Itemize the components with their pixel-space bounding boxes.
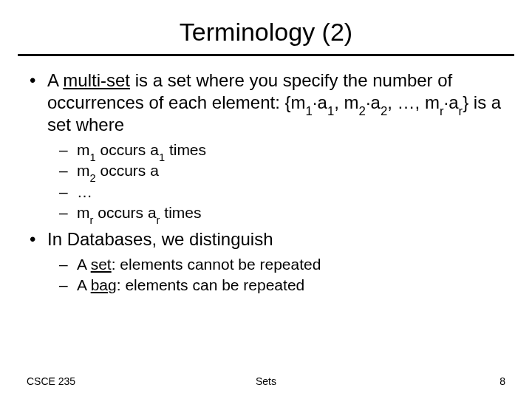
- text: : elements cannot be repeated: [112, 256, 321, 273]
- term-multiset: multi-set: [63, 70, 130, 90]
- title-rule: [18, 54, 514, 56]
- subscript: 2: [359, 104, 366, 118]
- footer-page-number: 8: [499, 375, 505, 387]
- subscript: 1: [327, 104, 334, 118]
- text: , …, m: [387, 92, 440, 112]
- text: ·a: [366, 92, 381, 112]
- list-item: mr occurs ar times: [58, 203, 505, 222]
- text: m: [77, 141, 90, 158]
- text: A: [77, 256, 91, 273]
- text: ·a: [313, 92, 327, 112]
- list-item: m2 occurs a: [58, 161, 505, 180]
- text: occurs a: [96, 162, 159, 179]
- text: occurs a: [93, 204, 156, 221]
- subscript: r: [440, 104, 444, 118]
- text: In Databases, we distinguish: [47, 229, 273, 249]
- list-item: …: [58, 183, 505, 202]
- footer-topic: Sets: [27, 375, 505, 387]
- text: times: [165, 141, 206, 158]
- subscript: r: [459, 104, 463, 118]
- text: A: [47, 70, 63, 90]
- slide: Terminology (2) A multi-set is a set whe…: [0, 0, 532, 399]
- text: m: [77, 162, 90, 179]
- text: m: [77, 204, 90, 221]
- sublist-multiset: m1 occurs a1 times m2 occurs a … mr occu…: [58, 140, 505, 222]
- text: A: [77, 276, 91, 293]
- term-bag: bag: [91, 276, 117, 293]
- bullet-list: A multi-set is a set where you specify t…: [27, 69, 505, 296]
- term-set: set: [91, 256, 112, 273]
- text: …: [77, 183, 92, 200]
- subscript: r: [157, 214, 160, 226]
- footer-course: CSCE 235: [27, 375, 75, 387]
- list-item: m1 occurs a1 times: [58, 140, 505, 160]
- slide-footer: CSCE 235 Sets 8: [0, 375, 532, 387]
- bullet-multiset: A multi-set is a set where you specify t…: [27, 69, 505, 222]
- text: : elements can be repeated: [117, 276, 305, 293]
- list-item: A bag: elements can be repeated: [58, 276, 505, 295]
- text: ·a: [444, 92, 459, 112]
- slide-body: A multi-set is a set where you specify t…: [0, 69, 532, 296]
- text: , m: [334, 92, 358, 112]
- bullet-databases: In Databases, we distinguish A set: elem…: [27, 228, 505, 296]
- subscript: r: [90, 214, 94, 226]
- subscript: 2: [381, 104, 387, 118]
- slide-title: Terminology (2): [0, 0, 532, 54]
- text: occurs a: [96, 141, 159, 158]
- text: times: [160, 204, 202, 221]
- list-item: A set: elements cannot be repeated: [58, 255, 505, 274]
- sublist-databases: A set: elements cannot be repeated A bag…: [58, 255, 505, 296]
- subscript: 1: [306, 104, 313, 118]
